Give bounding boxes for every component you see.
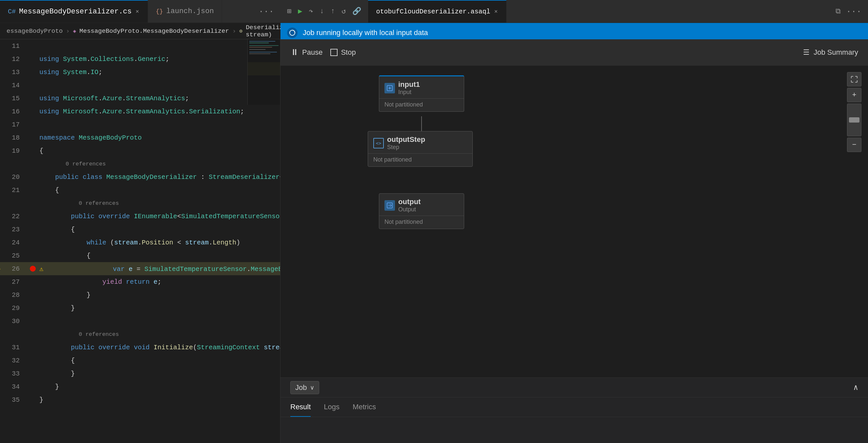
table-row: 33 }	[0, 367, 280, 380]
right-more-icon[interactable]: ···	[846, 6, 862, 16]
zoom-in-button[interactable]: +	[847, 88, 862, 102]
tab-asaql-close[interactable]: ×	[493, 8, 498, 16]
editor-panel: 11 12 using System.Collections.Generic;	[0, 39, 280, 443]
table-row: 13 using System.IO;	[0, 66, 280, 79]
table-row: 28 }	[0, 288, 280, 302]
zoom-slider-thumb	[849, 117, 860, 123]
table-row: 19 {	[0, 144, 280, 157]
restart-icon[interactable]: ↺	[341, 7, 346, 16]
metrics-tab-label: Metrics	[353, 403, 376, 411]
table-row: 20 public class MessageBodyDeserializer …	[0, 170, 280, 183]
tab-cs-close[interactable]: ×	[135, 8, 140, 16]
tab-metrics[interactable]: Metrics	[353, 398, 376, 417]
table-row: 25 {	[0, 249, 280, 262]
job-dropdown[interactable]: Job ∨	[290, 381, 319, 394]
split-editor-icon[interactable]: ⧉	[836, 7, 841, 16]
table-row: 29 }	[0, 302, 280, 314]
step-node-icon: <>	[373, 138, 384, 148]
table-row: 35 }	[0, 393, 280, 406]
table-row: 15 using Microsoft.Azure.StreamAnalytics…	[0, 92, 280, 105]
minimap	[247, 39, 280, 105]
collapse-button[interactable]: ∧	[854, 383, 858, 392]
diagram-connectors	[280, 66, 868, 377]
table-row: 30	[0, 314, 280, 328]
namespace-icon: ◈	[73, 28, 76, 34]
status-text: Job running locally with local input dat…	[303, 29, 428, 37]
step-into-icon[interactable]: ↓	[320, 7, 324, 15]
pause-label: Pause	[302, 48, 322, 57]
tab-cs[interactable]: C# MessageBodyDeserializer.cs ×	[0, 0, 148, 23]
input1-subtitle: Input	[398, 89, 420, 96]
controls-bar: ⏸ Pause Stop ☰ Job Summary	[280, 39, 868, 66]
chevron-up-icon: ∧	[854, 383, 858, 392]
fullscreen-button[interactable]	[847, 72, 862, 87]
list-icon: ☰	[803, 48, 810, 57]
svg-rect-2	[249, 41, 275, 42]
right-panel: ⏸ Pause Stop ☰ Job Summary	[280, 39, 868, 443]
link-icon[interactable]: 🔗	[352, 7, 361, 16]
tab-result[interactable]: Result	[290, 398, 311, 417]
svg-rect-6	[249, 49, 266, 50]
cs-icon: C#	[8, 8, 16, 15]
input-node-icon	[384, 83, 395, 93]
table-row: 22 public override IEnumerable<Simulated…	[0, 210, 280, 223]
method-icon: ⊙	[240, 28, 243, 34]
breadcrumb-sep-2: ›	[232, 28, 236, 35]
job-summary-label: Job Summary	[813, 48, 858, 57]
table-row: 31 public override void Initialize(Strea…	[0, 341, 280, 354]
svg-rect-4	[249, 45, 279, 46]
tab-json[interactable]: {} launch.json	[148, 0, 222, 23]
node-output[interactable]: output Output Not partitioned	[379, 193, 464, 229]
job-dropdown-label: Job	[295, 383, 307, 392]
outputstep-subtitle: Step	[387, 144, 425, 151]
table-row: 12 using System.Collections.Generic;	[0, 53, 280, 66]
table-row: 11	[0, 39, 280, 53]
step-over-icon[interactable]: ↷	[309, 7, 313, 16]
input1-partition: Not partitioned	[379, 98, 464, 111]
output-node-icon	[384, 200, 395, 211]
stop-button[interactable]: Stop	[330, 48, 355, 57]
zoom-controls: + −	[847, 72, 862, 152]
tab-asaql[interactable]: otobufCloudDeserializer.asaql ×	[368, 0, 506, 23]
chevron-down-icon: ∨	[310, 384, 314, 391]
node-input1[interactable]: input1 Input Not partitioned	[379, 75, 464, 112]
table-row: 16 using Microsoft.Azure.StreamAnalytics…	[0, 105, 280, 118]
table-row: 24 while (stream.Position < stream.Lengt…	[0, 236, 280, 249]
output-partition: Not partitioned	[379, 215, 464, 229]
tab-asaql-label: otobufCloudDeserializer.asaql	[376, 8, 490, 15]
zoom-out-button[interactable]: −	[847, 138, 862, 152]
warning-icon: ⚠	[39, 265, 43, 273]
step-out-icon[interactable]: ↑	[331, 7, 335, 15]
table-row: 27 yield return e;	[0, 275, 280, 288]
breadcrumb: essageBodyProto › ◈ MessageBodyProto.Mes…	[0, 23, 280, 39]
svg-rect-8	[249, 54, 270, 54]
table-row: 23 {	[0, 223, 280, 236]
result-tab-label: Result	[290, 403, 311, 411]
table-row: 0 references	[0, 157, 280, 170]
debug-arrow-icon: ▶	[0, 264, 1, 274]
breadcrumb-item-1: essageBodyProto	[6, 28, 63, 35]
pause-icon: ⏸	[290, 47, 299, 57]
node-outputstep[interactable]: <> outputStep Step Not partitioned	[368, 131, 473, 167]
table-row: 18 namespace MessageBodyProto	[0, 131, 280, 144]
play-icon[interactable]: ▶	[298, 7, 302, 16]
code-area[interactable]: 11 12 using System.Collections.Generic;	[0, 39, 280, 443]
table-row: 21 {	[0, 183, 280, 197]
tab-logs[interactable]: Logs	[324, 398, 340, 417]
svg-rect-7	[249, 52, 277, 53]
tab-json-label: launch.json	[166, 7, 214, 15]
breadcrumb-sep-1: ›	[66, 28, 69, 35]
grid-icon[interactable]: ⊞	[287, 7, 291, 16]
pause-button[interactable]: ⏸ Pause	[290, 47, 322, 57]
breadcrumb-item-3: Deserialize(Stream stream)	[246, 24, 280, 38]
zoom-slider[interactable]	[847, 104, 862, 136]
left-tab-more[interactable]: ···	[258, 6, 274, 16]
breadcrumb-item-2: MessageBodyProto.MessageBodyDeserializer	[80, 28, 229, 35]
logs-tab-label: Logs	[324, 403, 340, 411]
svg-rect-3	[249, 43, 269, 43]
job-summary-button[interactable]: ☰ Job Summary	[803, 48, 858, 57]
input1-title: input1	[398, 80, 420, 89]
output-title: output	[398, 198, 421, 206]
breakpoint-indicator	[30, 266, 36, 272]
svg-rect-5	[249, 47, 272, 47]
